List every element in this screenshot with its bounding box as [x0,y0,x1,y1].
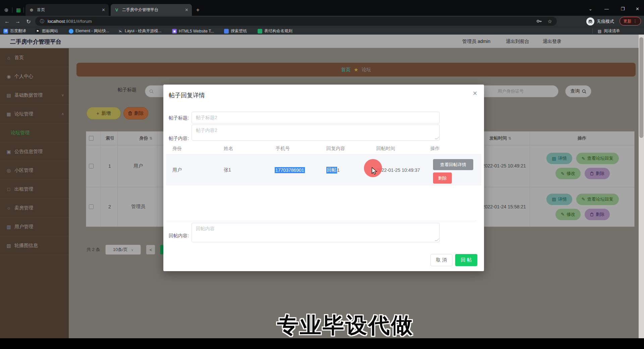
close-icon[interactable]: ✕ [473,90,477,97]
scrollbar[interactable] [639,35,644,338]
bookmark-favicon [69,29,73,34]
incognito-profile[interactable]: 无痕模式 [586,17,614,26]
resize-handle-icon[interactable] [435,137,439,139]
tab-close-icon[interactable]: ✕ [102,7,105,12]
bookmark-favicon [224,29,229,34]
inner-cell-phone: 17703786901 [275,155,305,186]
bookmark-label: HTML5 Website T... [179,29,214,34]
reading-list-button[interactable]: ▤ 阅读清单 [598,28,620,34]
reload-button[interactable]: ↻ [24,17,33,26]
mouse-cursor-icon [372,167,378,175]
key-icon[interactable] [536,18,542,24]
resize-handle-icon[interactable] [435,239,439,241]
bookmark-table-naming[interactable]: 表结构命名规则 [258,28,292,34]
bookmark-label: 图标网站 [42,28,58,34]
vue-logo-icon: V [114,7,119,13]
screen: ⊕ ▦ ⊕ 首页 ✕ V 二手房中介管理平台 ✕ + ⌄ — ❐ ✕ ← → ↻… [0,0,644,349]
scrollbar-thumb[interactable] [639,37,643,138]
pinned-tab-sheets-icon[interactable]: ▦ [15,6,22,14]
bookmark-baidu-translate[interactable]: 译 百度翻译 [3,28,26,34]
address-bar[interactable]: ⓘ localhost:8081/#/forum ☆ [35,17,557,26]
bookmark-star-icon[interactable]: ☆ [548,18,552,24]
inner-header-reply: 回复内容 [326,146,345,152]
inner-cell-name: 张1 [224,155,231,186]
bookmark-wallpaper-search[interactable]: 搜索壁纸 [224,28,247,34]
bookmark-html5-template[interactable]: ▣ HTML5 Website T... [172,28,214,34]
inner-cell-reply: 回帖1 [326,155,340,186]
watermark-text: 专业毕设代做 [215,311,476,340]
tab-active-platform[interactable]: V 二手房中介管理平台 ✕ [111,4,192,16]
inner-header-ops: 操作 [430,146,440,152]
inner-header-name: 姓名 [224,146,233,152]
bookmark-element[interactable]: Element - 网站快... [69,28,109,34]
update-button[interactable]: 更新 ⋮ [620,17,641,26]
post-content-value: 帖子内容2 [196,128,217,134]
inner-header-identity: 身份 [172,146,182,152]
divider [592,29,593,34]
back-button[interactable]: ← [3,17,11,26]
bookmark-favicon [258,29,262,34]
cancel-button[interactable]: 取 消 [430,254,452,266]
tab-title: 二手房中介管理平台 [122,7,158,13]
selected-text: 回帖 [326,167,337,173]
browser-menu-dots-icon[interactable]: ⋮ [633,19,637,23]
bookmark-label: 表结构命名规则 [264,28,292,34]
tab-title: 首页 [37,7,45,13]
inner-table-row[interactable]: 用户 张1 17703786901 回帖1 2022-01-25 10:49:3… [166,154,481,185]
post-content-label: 帖子内容: [163,136,189,142]
bookmark-label: 搜索壁纸 [231,28,247,34]
bookmark-label: Element - 网站快... [75,28,109,34]
reply-content-textarea[interactable]: 回帖内容 [192,223,440,242]
globe-icon: ⊕ [29,7,34,13]
bookmark-layui[interactable]: ⋋ Layui - 经典开源模... [118,28,161,34]
divider [166,221,476,221]
tab-separator [23,7,24,13]
new-tab-button[interactable]: + [196,7,200,13]
reply-button[interactable]: 回 帖 [455,254,477,266]
bookmark-favicon: ⋋ [118,29,123,34]
update-label: 更新 [624,18,632,24]
tab-close-icon[interactable]: ✕ [185,7,189,12]
incognito-icon [586,17,594,26]
site-info-icon[interactable]: ⓘ [40,18,44,24]
inner-cell-time: 2022-01-25 10:49:37 [376,155,427,186]
tab-separator [12,7,12,13]
incognito-label: 无痕模式 [597,18,614,24]
post-title-input[interactable]: 帖子标题2 [192,112,440,123]
pinned-tab-globe-icon[interactable]: ⊕ [3,6,10,14]
window-minimize-button[interactable]: — [599,4,614,13]
bookmark-favicon: ▣ [172,29,177,34]
browser-tab-bar: ⊕ ▦ ⊕ 首页 ✕ V 二手房中介管理平台 ✕ + ⌄ — ❐ ✕ [0,0,644,16]
url-path: :8081/#/forum [65,19,92,24]
view-reply-detail-button[interactable]: 查看回帖详情 [433,159,473,170]
reply-content-label: 回帖内容: [163,233,189,239]
post-reply-dialog: 帖子回复详情 ✕ 帖子标题: 帖子标题2 帖子内容: 帖子内容2 身份 姓名 手… [163,85,484,271]
bookmark-favicon: ⚑ [35,29,40,34]
inner-header-time: 回帖时间 [376,146,395,152]
post-content-textarea[interactable]: 帖子内容2 [192,124,440,141]
forward-button[interactable]: → [13,17,22,26]
reply-placeholder: 回帖内容 [196,226,215,232]
inner-header-phone: 手机号 [276,146,290,152]
bookmark-label: Layui - 经典开源模... [125,28,161,34]
dialog-title: 帖子回复详情 [169,91,205,99]
post-title-label: 帖子标题: [163,115,189,121]
window-close-button[interactable]: ✕ [630,4,644,13]
bookmarks-bar: 译 百度翻译 ⚑ 图标网站 Element - 网站快... ⋋ Layui -… [0,27,644,35]
window-restore-button[interactable]: ❐ [615,4,630,13]
post-title-value: 帖子标题2 [196,115,217,121]
bookmark-icon-site[interactable]: ⚑ 图标网站 [35,28,58,34]
browser-toolbar: ← → ↻ ⓘ localhost:8081/#/forum ☆ 无痕模式 更新… [0,16,644,27]
bookmark-label: 百度翻译 [10,28,26,34]
window-menu-chevron[interactable]: ⌄ [583,4,598,13]
url-host: localhost [48,19,65,24]
reading-list-label: 阅读清单 [604,28,620,34]
tab-home[interactable]: ⊕ 首页 ✕ [25,4,109,16]
bookmark-favicon: 译 [3,29,8,34]
reading-list-icon: ▤ [598,29,601,34]
reply-delete-button[interactable]: 删除 [433,172,452,184]
selected-text: 17703786901 [275,167,305,173]
inner-cell-identity: 用户 [172,155,182,186]
